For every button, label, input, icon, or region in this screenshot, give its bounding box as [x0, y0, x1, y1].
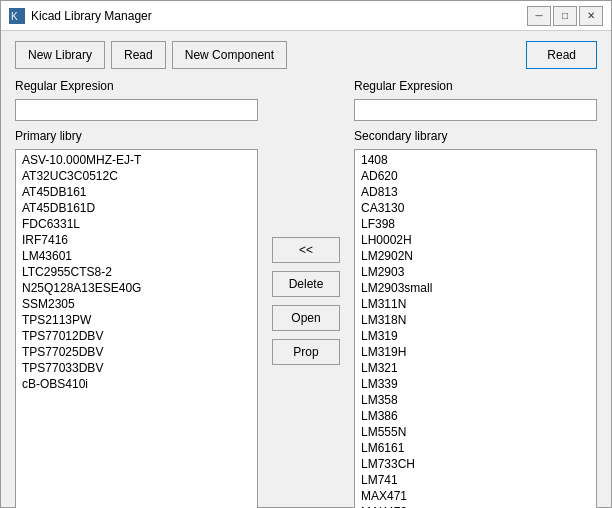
list-item[interactable]: AT45DB161: [16, 184, 257, 200]
list-item[interactable]: LM386: [355, 408, 596, 424]
list-item[interactable]: FDC6331L: [16, 216, 257, 232]
list-item[interactable]: AD813: [355, 184, 596, 200]
read-button[interactable]: Read: [111, 41, 166, 69]
title-bar: K Kicad Library Manager ─ □ ✕: [1, 1, 611, 31]
minimize-button[interactable]: ─: [527, 6, 551, 26]
list-item[interactable]: LM318N: [355, 312, 596, 328]
list-item[interactable]: AT45DB161D: [16, 200, 257, 216]
list-item[interactable]: LH0002H: [355, 232, 596, 248]
list-item[interactable]: LM321: [355, 360, 596, 376]
list-item[interactable]: LM43601: [16, 248, 257, 264]
list-item[interactable]: LM2903small: [355, 280, 596, 296]
svg-text:K: K: [11, 11, 18, 22]
left-panel: Regular Expresion Primary libry ASV-10.0…: [15, 79, 258, 508]
list-item[interactable]: LM2902N: [355, 248, 596, 264]
list-item[interactable]: LTC2955CTS8-2: [16, 264, 257, 280]
list-item[interactable]: TPS77012DBV: [16, 328, 257, 344]
app-icon: K: [9, 8, 25, 24]
list-item[interactable]: LM311N: [355, 296, 596, 312]
list-item[interactable]: LM358: [355, 392, 596, 408]
arrow-button[interactable]: <<: [272, 237, 340, 263]
list-item[interactable]: 1408: [355, 152, 596, 168]
new-library-button[interactable]: New Library: [15, 41, 105, 69]
list-item[interactable]: SSM2305: [16, 296, 257, 312]
secondary-library-label: Secondary library: [354, 129, 597, 143]
left-regex-label: Regular Expresion: [15, 79, 258, 93]
right-panel: Regular Expresion Secondary library 1408…: [354, 79, 597, 508]
window-title: Kicad Library Manager: [31, 9, 527, 23]
list-item[interactable]: N25Q128A13ESE40G: [16, 280, 257, 296]
toolbar-right: Read: [526, 41, 597, 69]
list-item[interactable]: IRF7416: [16, 232, 257, 248]
list-item[interactable]: AT32UC3C0512C: [16, 168, 257, 184]
list-item[interactable]: MAX471: [355, 488, 596, 504]
toolbar: New Library Read New Component Read: [15, 41, 597, 69]
main-window: K Kicad Library Manager ─ □ ✕ New Librar…: [0, 0, 612, 508]
maximize-button[interactable]: □: [553, 6, 577, 26]
list-item[interactable]: AD620: [355, 168, 596, 184]
list-item[interactable]: LM319H: [355, 344, 596, 360]
middle-panel: << Delete Open Prop: [266, 79, 346, 508]
list-item[interactable]: LM6161: [355, 440, 596, 456]
list-item[interactable]: LM2903: [355, 264, 596, 280]
list-item[interactable]: LF398: [355, 216, 596, 232]
right-regex-input[interactable]: [354, 99, 597, 121]
prop-button[interactable]: Prop: [272, 339, 340, 365]
list-item[interactable]: TPS2113PW: [16, 312, 257, 328]
close-button[interactable]: ✕: [579, 6, 603, 26]
open-button[interactable]: Open: [272, 305, 340, 331]
list-item[interactable]: LM733CH: [355, 456, 596, 472]
list-item[interactable]: LM741: [355, 472, 596, 488]
right-regex-label: Regular Expresion: [354, 79, 597, 93]
list-item[interactable]: TPS77025DBV: [16, 344, 257, 360]
list-item[interactable]: ASV-10.000MHZ-EJ-T: [16, 152, 257, 168]
content-area: New Library Read New Component Read Regu…: [1, 31, 611, 508]
left-regex-input[interactable]: [15, 99, 258, 121]
secondary-library-list[interactable]: 1408AD620AD813CA3130LF398LH0002HLM2902NL…: [354, 149, 597, 508]
delete-button[interactable]: Delete: [272, 271, 340, 297]
new-component-button[interactable]: New Component: [172, 41, 287, 69]
primary-library-label: Primary libry: [15, 129, 258, 143]
toolbar-left: New Library Read New Component: [15, 41, 287, 69]
main-area: Regular Expresion Primary libry ASV-10.0…: [15, 79, 597, 508]
list-item[interactable]: LM555N: [355, 424, 596, 440]
primary-library-list[interactable]: ASV-10.000MHZ-EJ-TAT32UC3C0512CAT45DB161…: [15, 149, 258, 508]
list-item[interactable]: cB-OBS410i: [16, 376, 257, 392]
list-item[interactable]: MAX472: [355, 504, 596, 508]
list-item[interactable]: LM339: [355, 376, 596, 392]
list-item[interactable]: LM319: [355, 328, 596, 344]
list-item[interactable]: TPS77033DBV: [16, 360, 257, 376]
window-controls: ─ □ ✕: [527, 6, 603, 26]
list-item[interactable]: CA3130: [355, 200, 596, 216]
read-right-button[interactable]: Read: [526, 41, 597, 69]
